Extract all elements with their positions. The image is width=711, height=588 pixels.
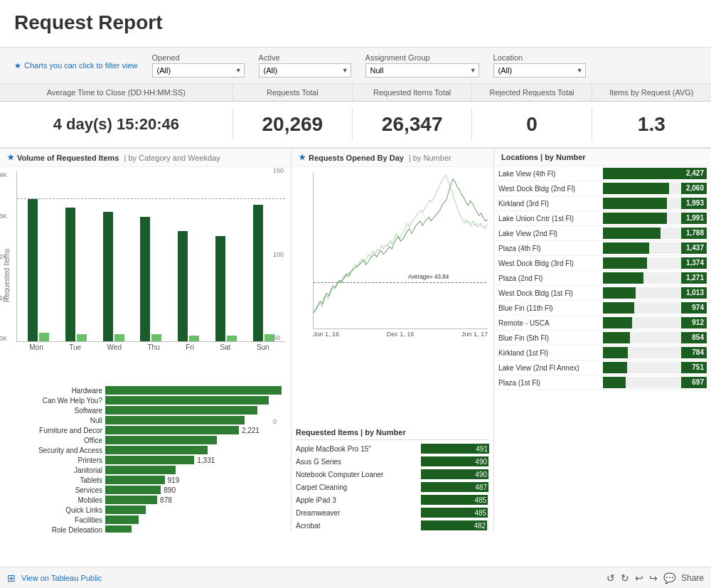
- list-item: Plaza (1st Fl) 697: [494, 375, 711, 390]
- opened-filter[interactable]: Opened (All): [152, 53, 245, 77]
- list-item: Lake View (4th Fl) 2,427: [494, 166, 711, 181]
- star-icon: ★: [14, 61, 21, 70]
- bar-chart: 0K 1K 2K 3K 4K: [14, 167, 291, 383]
- undo-icon[interactable]: ↺: [606, 572, 615, 584]
- rejected-requests-value: 0: [472, 107, 592, 141]
- list-item: Plaza (2nd Fl) 1,271: [494, 271, 711, 286]
- filter-hint: ★ Charts you can click to filter view: [14, 61, 138, 70]
- list-item: Lake Union Cntr (1st Fl) 1,991: [494, 211, 711, 226]
- bottom-bar[interactable]: ⊞ View on Tableau Public ↺ ↻ ↩ ↪ 💬 Share: [0, 567, 711, 588]
- metrics-values: 4 day(s) 15:20:46 20,269 26,347 0 1.3: [0, 102, 711, 149]
- list-item: Hardware: [20, 386, 291, 395]
- requests-total-value: 20,269: [233, 107, 353, 141]
- list-item: Can We Help You?: [20, 396, 291, 405]
- list-item: Kirkland (1st Fl) 784: [494, 346, 711, 360]
- tableau-logo-icon: ⊞: [7, 572, 16, 584]
- requested-items-section: Requested Items | by Number Apple MacBoo…: [292, 425, 493, 533]
- list-item: Office: [20, 436, 291, 444]
- requested-items-title: Requested Items | by Number: [296, 425, 489, 440]
- list-item: Notebook Computer Loaner 490: [296, 469, 489, 480]
- location-select[interactable]: (All): [493, 63, 586, 77]
- list-item: Janitorial: [20, 466, 291, 474]
- list-item: Quick Links: [20, 506, 291, 514]
- list-item: Security and Access: [20, 446, 291, 454]
- assignment-group-filter[interactable]: Assignment Group Null: [365, 53, 479, 77]
- svg-text:Average= 43.84: Average= 43.84: [408, 273, 449, 280]
- x-axis-labels: Mon Tue Wed Thu Fri Sat Sun: [16, 342, 285, 351]
- list-item: Role Delegation: [20, 525, 291, 533]
- list-item: Kirkland (3rd Fl) 1,993: [494, 196, 711, 211]
- volume-star-icon: ★: [7, 153, 14, 162]
- time-chart-inner: Average= 43.84: [313, 173, 488, 329]
- list-item: West Dock Bldg (2nd Fl) 2,060: [494, 181, 711, 196]
- redo-icon[interactable]: ↻: [621, 572, 629, 584]
- list-item: Facilities: [20, 515, 291, 524]
- opened-select[interactable]: (All): [152, 63, 245, 77]
- list-item: Printers 1,331: [20, 456, 291, 464]
- list-item: Lake View (2nd Fl Annex) 751: [494, 360, 711, 375]
- list-item: Blue Fin (11th Fl) 974: [494, 301, 711, 316]
- avg-time-header: Average Time to Close (DD:HH:MM:SS): [0, 84, 233, 101]
- list-item: Tablets 919: [20, 476, 291, 484]
- page-title: Request Report: [14, 11, 697, 34]
- main-content: ★ Volume of Requested Items | by Categor…: [0, 149, 711, 533]
- list-item: Apple iPad 3 485: [296, 494, 489, 506]
- volume-chart-area: Requested Items 0K 1K 2K 3K 4K: [0, 167, 291, 383]
- list-item: Asus G Series 490: [296, 456, 489, 467]
- assignment-group-select[interactable]: Null: [365, 63, 479, 77]
- items-by-request-value: 1.3: [592, 107, 711, 141]
- list-item: West Dock Bldg (3rd Fl) 1,374: [494, 256, 711, 271]
- category-section: Hardware Can We Help You? Software Null …: [0, 383, 291, 533]
- requested-items-value: 26,347: [353, 107, 472, 141]
- rejected-requests-header: Rejected Requests Total: [472, 84, 592, 101]
- bars-container: [16, 171, 285, 342]
- list-item: Acrobat 482: [296, 520, 489, 531]
- requested-items-header: Requested Items Total: [353, 84, 472, 101]
- list-item: Lake View (2nd Fl) 1,788: [494, 226, 711, 241]
- volume-panel: ★ Volume of Requested Items | by Categor…: [0, 149, 292, 533]
- list-item: Blue Fin (5th Fl) 854: [494, 331, 711, 346]
- locations-panel: Locations | by Number Lake View (4th Fl)…: [494, 149, 711, 533]
- time-y-ticks: 150 100 50 0: [273, 167, 284, 425]
- requests-total-header: Requests Total: [233, 84, 353, 101]
- forward-icon[interactable]: ↪: [649, 572, 658, 584]
- list-item: Dreamweaver 485: [296, 507, 489, 518]
- time-star-icon: ★: [299, 153, 306, 162]
- time-chart-area: 150 100 50 0 Average= 43.: [292, 167, 493, 425]
- share-icon[interactable]: Share: [681, 573, 704, 583]
- page-header: Request Report: [0, 0, 711, 48]
- active-filter[interactable]: Active (All): [259, 53, 351, 77]
- comment-icon[interactable]: 💬: [663, 572, 675, 584]
- metrics-header: Average Time to Close (DD:HH:MM:SS) Requ…: [0, 84, 711, 102]
- active-select[interactable]: (All): [259, 63, 351, 77]
- list-item: Mobiles 878: [20, 496, 291, 504]
- list-item: Software: [20, 406, 291, 415]
- list-item: Apple MacBook Pro 15" 491: [296, 443, 489, 454]
- list-item: Remote - USCA 912: [494, 316, 711, 331]
- location-filter[interactable]: Location (All): [493, 53, 586, 77]
- list-item: Furniture and Decor 2,221: [20, 426, 291, 434]
- list-item: Services 890: [20, 486, 291, 494]
- time-series-title: ★ Requests Opened By Day | by Number: [292, 149, 493, 167]
- time-x-labels: Jun 1, 16 Dec 1, 16 Jun 1, 17: [313, 329, 488, 338]
- tableau-link[interactable]: View on Tableau Public: [21, 574, 102, 582]
- list-item: Plaza (4th Fl) 1,437: [494, 241, 711, 256]
- list-item: Carpet Cleaning 487: [296, 481, 489, 493]
- filters-bar: ★ Charts you can click to filter view Op…: [0, 48, 711, 84]
- volume-chart-title: ★ Volume of Requested Items | by Categor…: [0, 149, 291, 167]
- locations-title: Locations | by Number: [494, 149, 711, 166]
- list-item: Null: [20, 416, 291, 424]
- back-icon[interactable]: ↩: [635, 572, 643, 584]
- avg-time-value: 4 day(s) 15:20:46: [0, 109, 233, 139]
- list-item: West Dock Bldg (1st Fl) 1,013: [494, 286, 711, 301]
- items-by-request-header: Items by Request (AVG): [592, 84, 711, 101]
- locations-list: Lake View (4th Fl) 2,427 West Dock Bldg …: [494, 166, 711, 533]
- time-series-panel: ★ Requests Opened By Day | by Number 150…: [292, 149, 494, 533]
